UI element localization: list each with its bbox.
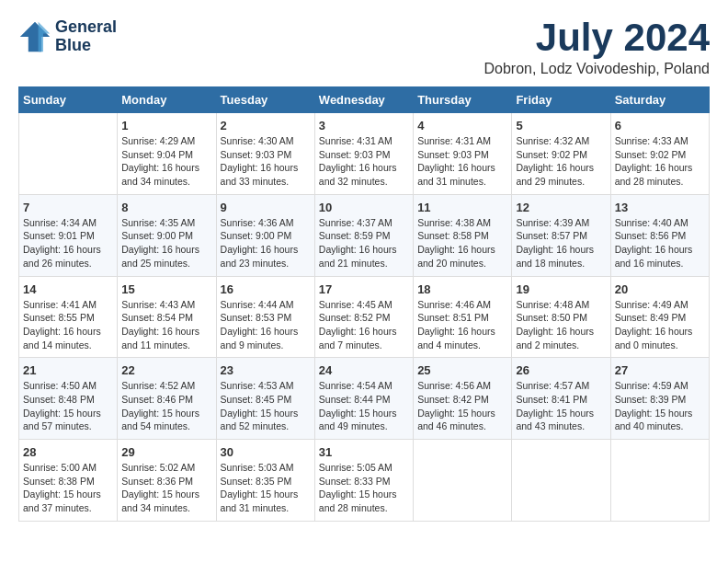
day-number: 28 [23, 445, 113, 459]
day-detail: Sunrise: 5:02 AMSunset: 8:36 PMDaylight:… [121, 462, 199, 513]
calendar-cell: 13 Sunrise: 4:40 AMSunset: 8:56 PMDaylig… [610, 194, 709, 276]
calendar-header-row: SundayMondayTuesdayWednesdayThursdayFrid… [19, 87, 710, 113]
day-detail: Sunrise: 4:53 AMSunset: 8:45 PMDaylight:… [221, 380, 299, 431]
month-title: July 2024 [483, 18, 710, 57]
calendar-cell: 31 Sunrise: 5:05 AMSunset: 8:33 PMDaylig… [314, 440, 413, 522]
day-number: 1 [121, 119, 211, 132]
day-detail: Sunrise: 4:31 AMSunset: 9:03 PMDaylight:… [319, 135, 397, 187]
location-title: Dobron, Lodz Voivodeship, Poland [483, 61, 710, 77]
day-detail: Sunrise: 4:35 AMSunset: 9:00 PMDaylight:… [121, 217, 199, 269]
calendar-cell: 14 Sunrise: 4:41 AMSunset: 8:55 PMDaylig… [19, 276, 118, 358]
day-number: 16 [221, 282, 311, 296]
day-number: 8 [121, 201, 211, 214]
calendar-cell: 8 Sunrise: 4:35 AMSunset: 9:00 PMDayligh… [118, 194, 216, 276]
day-detail: Sunrise: 4:50 AMSunset: 8:48 PMDaylight:… [23, 380, 101, 431]
logo-text: General Blue [55, 18, 117, 55]
calendar-cell: 20 Sunrise: 4:49 AMSunset: 8:49 PMDaylig… [610, 276, 709, 358]
calendar-cell: 10 Sunrise: 4:37 AMSunset: 8:59 PMDaylig… [314, 194, 413, 276]
day-number: 11 [417, 201, 507, 214]
day-detail: Sunrise: 4:57 AMSunset: 8:41 PMDaylight:… [516, 380, 594, 431]
day-detail: Sunrise: 4:46 AMSunset: 8:51 PMDaylight:… [417, 299, 495, 350]
calendar-cell: 27 Sunrise: 4:59 AMSunset: 8:39 PMDaylig… [610, 358, 709, 440]
logo-icon [18, 20, 51, 53]
weekday-header: Sunday [19, 87, 118, 113]
day-number: 31 [319, 445, 409, 459]
calendar-week-row: 1 Sunrise: 4:29 AMSunset: 9:04 PMDayligh… [19, 113, 710, 195]
day-detail: Sunrise: 4:29 AMSunset: 9:04 PMDaylight:… [121, 135, 199, 187]
calendar-week-row: 7 Sunrise: 4:34 AMSunset: 9:01 PMDayligh… [19, 194, 710, 276]
weekday-header: Friday [512, 87, 610, 113]
day-number: 15 [121, 282, 211, 296]
day-number: 17 [319, 282, 409, 296]
calendar-cell [414, 440, 512, 522]
day-detail: Sunrise: 4:43 AMSunset: 8:54 PMDaylight:… [121, 299, 199, 350]
day-number: 14 [23, 282, 113, 296]
calendar-table: SundayMondayTuesdayWednesdayThursdayFrid… [18, 86, 710, 522]
day-number: 4 [417, 119, 507, 132]
day-number: 3 [319, 119, 409, 132]
calendar-cell: 9 Sunrise: 4:36 AMSunset: 9:00 PMDayligh… [216, 194, 314, 276]
calendar-cell: 23 Sunrise: 4:53 AMSunset: 8:45 PMDaylig… [216, 358, 314, 440]
day-detail: Sunrise: 4:48 AMSunset: 8:50 PMDaylight:… [516, 299, 594, 350]
day-number: 30 [221, 445, 311, 459]
calendar-cell [19, 113, 118, 195]
calendar-cell: 30 Sunrise: 5:03 AMSunset: 8:35 PMDaylig… [216, 440, 314, 522]
weekday-header: Tuesday [216, 87, 314, 113]
day-number: 9 [221, 201, 311, 214]
day-detail: Sunrise: 4:56 AMSunset: 8:42 PMDaylight:… [417, 380, 495, 431]
calendar-cell: 11 Sunrise: 4:38 AMSunset: 8:58 PMDaylig… [414, 194, 512, 276]
svg-marker-0 [20, 22, 50, 52]
weekday-header: Thursday [414, 87, 512, 113]
calendar-cell [610, 440, 709, 522]
day-number: 20 [615, 282, 705, 296]
day-number: 21 [23, 363, 113, 377]
day-detail: Sunrise: 4:41 AMSunset: 8:55 PMDaylight:… [23, 299, 101, 350]
day-number: 2 [221, 119, 311, 132]
logo: General Blue [18, 18, 117, 55]
calendar-week-row: 21 Sunrise: 4:50 AMSunset: 8:48 PMDaylig… [19, 358, 710, 440]
day-detail: Sunrise: 4:49 AMSunset: 8:49 PMDaylight:… [615, 299, 693, 350]
calendar-cell: 15 Sunrise: 4:43 AMSunset: 8:54 PMDaylig… [118, 276, 216, 358]
day-number: 13 [615, 201, 705, 214]
day-detail: Sunrise: 4:38 AMSunset: 8:58 PMDaylight:… [417, 217, 495, 269]
calendar-week-row: 28 Sunrise: 5:00 AMSunset: 8:38 PMDaylig… [19, 440, 710, 522]
day-number: 29 [121, 445, 211, 459]
day-detail: Sunrise: 4:44 AMSunset: 8:53 PMDaylight:… [221, 299, 299, 350]
day-detail: Sunrise: 4:40 AMSunset: 8:56 PMDaylight:… [615, 217, 693, 269]
calendar-cell: 29 Sunrise: 5:02 AMSunset: 8:36 PMDaylig… [118, 440, 216, 522]
calendar-cell: 6 Sunrise: 4:33 AMSunset: 9:02 PMDayligh… [610, 113, 709, 195]
day-detail: Sunrise: 4:33 AMSunset: 9:02 PMDaylight:… [615, 135, 693, 187]
day-detail: Sunrise: 5:00 AMSunset: 8:38 PMDaylight:… [23, 462, 101, 513]
day-number: 27 [615, 363, 705, 377]
day-number: 22 [121, 363, 211, 377]
day-detail: Sunrise: 4:32 AMSunset: 9:02 PMDaylight:… [516, 135, 594, 187]
calendar-cell: 24 Sunrise: 4:54 AMSunset: 8:44 PMDaylig… [314, 358, 413, 440]
day-detail: Sunrise: 4:36 AMSunset: 9:00 PMDaylight:… [221, 217, 299, 269]
calendar-cell: 18 Sunrise: 4:46 AMSunset: 8:51 PMDaylig… [414, 276, 512, 358]
calendar-cell: 16 Sunrise: 4:44 AMSunset: 8:53 PMDaylig… [216, 276, 314, 358]
page-header: General Blue July 2024 Dobron, Lodz Voiv… [18, 18, 710, 77]
day-detail: Sunrise: 4:31 AMSunset: 9:03 PMDaylight:… [417, 135, 495, 187]
day-detail: Sunrise: 4:37 AMSunset: 8:59 PMDaylight:… [319, 217, 397, 269]
calendar-week-row: 14 Sunrise: 4:41 AMSunset: 8:55 PMDaylig… [19, 276, 710, 358]
calendar-cell: 7 Sunrise: 4:34 AMSunset: 9:01 PMDayligh… [19, 194, 118, 276]
calendar-cell: 19 Sunrise: 4:48 AMSunset: 8:50 PMDaylig… [512, 276, 610, 358]
day-number: 19 [516, 282, 606, 296]
day-detail: Sunrise: 5:05 AMSunset: 8:33 PMDaylight:… [319, 462, 397, 513]
day-number: 7 [23, 201, 113, 214]
day-number: 18 [417, 282, 507, 296]
calendar-cell: 3 Sunrise: 4:31 AMSunset: 9:03 PMDayligh… [314, 113, 413, 195]
day-number: 25 [417, 363, 507, 377]
day-detail: Sunrise: 4:59 AMSunset: 8:39 PMDaylight:… [615, 380, 693, 431]
calendar-cell: 25 Sunrise: 4:56 AMSunset: 8:42 PMDaylig… [414, 358, 512, 440]
day-detail: Sunrise: 4:45 AMSunset: 8:52 PMDaylight:… [319, 299, 397, 350]
calendar-cell: 22 Sunrise: 4:52 AMSunset: 8:46 PMDaylig… [118, 358, 216, 440]
day-detail: Sunrise: 4:52 AMSunset: 8:46 PMDaylight:… [121, 380, 199, 431]
calendar-cell: 5 Sunrise: 4:32 AMSunset: 9:02 PMDayligh… [512, 113, 610, 195]
day-detail: Sunrise: 5:03 AMSunset: 8:35 PMDaylight:… [221, 462, 299, 513]
day-number: 26 [516, 363, 606, 377]
calendar-cell: 26 Sunrise: 4:57 AMSunset: 8:41 PMDaylig… [512, 358, 610, 440]
calendar-cell [512, 440, 610, 522]
weekday-header: Saturday [610, 87, 709, 113]
calendar-cell: 17 Sunrise: 4:45 AMSunset: 8:52 PMDaylig… [314, 276, 413, 358]
